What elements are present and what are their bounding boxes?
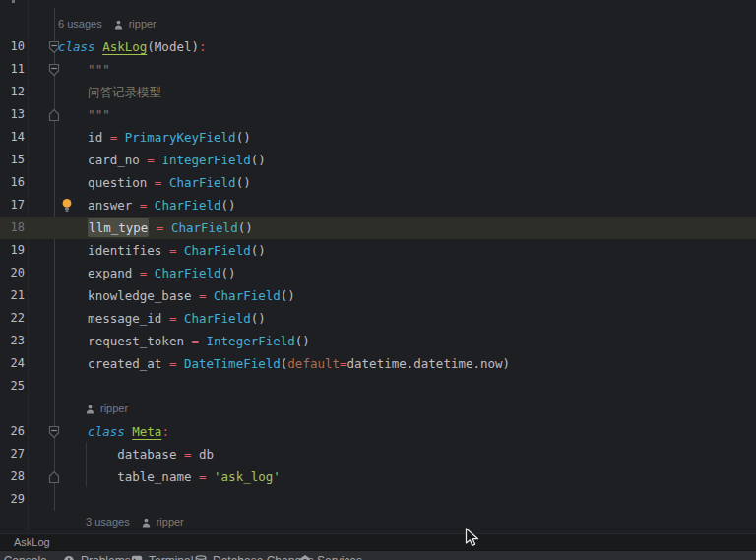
code-line[interactable]: 26 class Meta: xyxy=(0,420,756,443)
code-line[interactable]: 16 question = CharField() xyxy=(0,171,756,194)
line-number[interactable]: 17 xyxy=(0,194,25,217)
code-line[interactable]: 14 id = PrimaryKeyField() xyxy=(0,126,756,149)
code-line[interactable]: 25 xyxy=(0,375,756,398)
code-line[interactable]: 10class AskLog(Model): xyxy=(0,35,756,58)
code-text: table_name = 'ask_log' xyxy=(58,466,281,488)
code-line[interactable]: 22 message_id = CharField() xyxy=(0,307,756,330)
code-line[interactable]: 11 """ xyxy=(0,58,756,81)
code-token: id xyxy=(58,130,110,145)
code-token xyxy=(149,220,157,235)
line-number[interactable]: 12 xyxy=(0,81,25,103)
tool-tab-label: Python Console xyxy=(0,554,47,560)
line-number[interactable]: 10 xyxy=(0,35,25,58)
line-number[interactable]: 13 xyxy=(0,103,25,126)
code-token xyxy=(176,243,184,258)
code-token: DateTimeField xyxy=(184,356,281,371)
usages-hint[interactable]: 6 usages xyxy=(58,13,102,35)
breadcrumb-item-asklog[interactable]: AskLog xyxy=(14,534,50,550)
database-changes-icon xyxy=(195,555,207,560)
line-number[interactable]: 29 xyxy=(0,488,25,511)
code-line[interactable]: 19 identifies = CharField() xyxy=(0,239,756,262)
code-token xyxy=(176,356,184,371)
author-hint[interactable]: ripper xyxy=(100,398,128,420)
tool-tab-services[interactable]: Services xyxy=(299,554,362,560)
line-number[interactable]: 21 xyxy=(0,284,25,307)
code-token: = xyxy=(147,153,155,167)
code-token: = xyxy=(199,288,207,303)
code-token: """ xyxy=(58,62,110,77)
tool-tab-python-console[interactable]: Python Console xyxy=(0,554,47,560)
code-token: class xyxy=(88,424,132,439)
code-token xyxy=(58,220,88,235)
tool-window-bar: Python ConsoleProblemsTerminalDatabase C… xyxy=(0,550,756,560)
code-line[interactable]: 15 card_no = IntegerField() xyxy=(0,149,756,171)
code-line[interactable]: 27 database = db xyxy=(0,443,756,466)
line-number[interactable]: 25 xyxy=(0,375,25,398)
code-line[interactable]: 18 llm_type = CharField() xyxy=(0,217,756,239)
code-token: created_at xyxy=(58,356,169,371)
code-editor[interactable]: 6 usagesripper10class AskLog(Model):11 "… xyxy=(0,0,756,533)
line-number[interactable]: 16 xyxy=(0,171,25,194)
code-line[interactable]: 28 table_name = 'ask_log' xyxy=(0,466,756,488)
author-hint[interactable]: ripper xyxy=(129,13,157,35)
code-token: answer xyxy=(58,198,140,213)
usages-hint[interactable]: 3 usages xyxy=(86,511,130,533)
inlay-annotation[interactable]: 3 usagesripper xyxy=(0,511,756,533)
author-icon xyxy=(142,518,151,528)
code-token: CharField xyxy=(155,198,221,213)
code-token: message_id xyxy=(58,311,169,326)
line-number[interactable]: 22 xyxy=(0,307,25,330)
tool-tab-database-changes[interactable]: Database Changes xyxy=(195,554,314,560)
code-token: PrimaryKeyField xyxy=(125,130,236,145)
line-number[interactable]: 23 xyxy=(0,330,25,352)
code-token xyxy=(191,447,199,462)
code-token: () xyxy=(238,220,253,235)
author-hint[interactable]: ripper xyxy=(157,511,184,533)
code-line[interactable]: 21 knowledge_base = CharField() xyxy=(0,284,756,307)
code-line[interactable]: 12 问答记录模型 xyxy=(0,81,756,103)
partial-glyph xyxy=(12,0,15,3)
code-line[interactable]: 20 expand = CharField() xyxy=(0,262,756,284)
line-number[interactable]: 27 xyxy=(0,443,25,466)
line-number[interactable]: 14 xyxy=(0,126,25,149)
code-text: 问答记录模型 xyxy=(58,81,161,103)
terminal-icon xyxy=(131,555,143,560)
code-token: """ xyxy=(58,107,110,122)
code-line[interactable]: 24 created_at = DateTimeField(default=da… xyxy=(0,352,756,375)
code-token xyxy=(199,334,207,348)
inlay-annotation[interactable]: ripper xyxy=(0,398,756,420)
code-token: table_name xyxy=(58,469,199,484)
code-token xyxy=(207,469,215,484)
line-number[interactable]: 15 xyxy=(0,149,25,171)
line-number[interactable]: 26 xyxy=(0,420,25,443)
code-line[interactable]: 13 """ xyxy=(0,103,756,126)
line-number[interactable]: 18 xyxy=(0,217,25,239)
line-number[interactable]: 24 xyxy=(0,352,25,375)
code-token: () xyxy=(281,288,295,303)
code-text: request_token = IntegerField() xyxy=(58,330,310,352)
code-line[interactable]: 23 request_token = IntegerField() xyxy=(0,330,756,352)
code-token xyxy=(117,130,125,145)
inlay-annotation[interactable]: 6 usagesripper xyxy=(0,13,756,35)
tool-tab-terminal[interactable]: Terminal xyxy=(131,554,193,560)
line-number[interactable]: 28 xyxy=(0,466,25,488)
code-line[interactable]: 29 xyxy=(0,488,756,511)
code-token: ) xyxy=(503,356,511,371)
line-number[interactable]: 20 xyxy=(0,262,25,284)
code-token: Meta xyxy=(132,424,161,439)
code-token: class xyxy=(58,39,102,54)
code-token: CharField xyxy=(169,175,236,190)
author-icon xyxy=(86,404,94,414)
code-text: card_no = IntegerField() xyxy=(58,149,266,171)
code-token: : xyxy=(161,424,169,439)
code-line[interactable]: 17 answer = CharField() xyxy=(0,194,756,217)
code-token: CharField xyxy=(184,311,251,326)
code-token: 'ask_log' xyxy=(214,469,281,484)
author-icon xyxy=(114,20,123,30)
tool-tab-problems[interactable]: Problems xyxy=(63,554,131,560)
line-number[interactable]: 19 xyxy=(0,239,25,262)
problems-icon xyxy=(63,555,75,560)
tool-tab-label: Problems xyxy=(81,554,131,560)
line-number[interactable]: 11 xyxy=(0,58,25,81)
code-text: id = PrimaryKeyField() xyxy=(58,126,251,149)
